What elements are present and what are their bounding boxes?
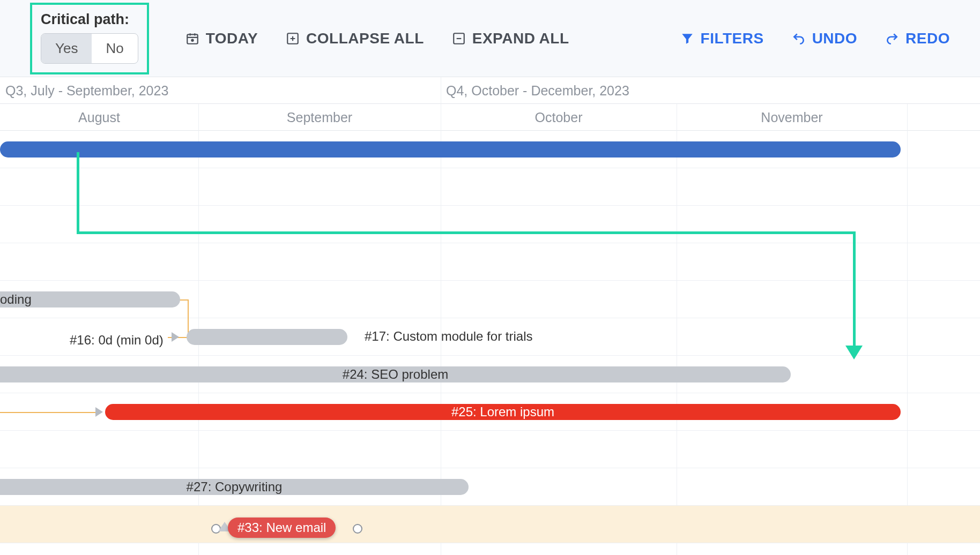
critical-path-toggle: Yes No bbox=[41, 33, 138, 64]
undo-icon bbox=[792, 32, 806, 46]
today-label: TODAY bbox=[206, 30, 258, 47]
gantt-row bbox=[0, 543, 980, 555]
collapse-all-button[interactable]: COLLAPSE ALL bbox=[286, 30, 424, 47]
collapse-icon bbox=[286, 32, 300, 46]
gantt-bar-coding[interactable]: oding bbox=[0, 291, 180, 308]
constraint-handle[interactable] bbox=[353, 524, 362, 534]
gantt-bar-copy[interactable]: #27: Copywriting bbox=[0, 479, 469, 495]
today-button[interactable]: TODAY bbox=[185, 30, 258, 47]
gantt-bar-label: #27: Copywriting bbox=[187, 479, 283, 494]
gantt-bar-label: #33: New email bbox=[237, 520, 326, 535]
timeline-month-oct: October bbox=[441, 104, 677, 131]
annotation-arrow-line bbox=[77, 152, 79, 231]
gantt-bar-side-label: #17: Custom module for trials bbox=[365, 329, 532, 344]
gantt-row bbox=[0, 431, 980, 468]
gantt-bar-label: #25: Lorem ipsum bbox=[451, 404, 554, 419]
redo-icon bbox=[885, 32, 899, 46]
gantt-bar-seo[interactable]: #24: SEO problem bbox=[0, 366, 791, 382]
timeline-quarter-q3: Q3, July - September, 2023 bbox=[0, 77, 441, 104]
redo-label: REDO bbox=[905, 30, 950, 47]
gantt-bar-lorem-critical[interactable]: #25: Lorem ipsum bbox=[105, 404, 901, 420]
calendar-today-icon bbox=[185, 32, 199, 46]
annotation-arrow-line bbox=[77, 231, 854, 234]
dependency-line bbox=[0, 412, 96, 413]
gantt-row bbox=[0, 506, 980, 543]
expand-all-button[interactable]: EXPAND ALL bbox=[452, 30, 569, 47]
expand-icon bbox=[452, 32, 466, 46]
critical-path-yes-button[interactable]: Yes bbox=[41, 34, 92, 63]
timeline-quarter-row: Q3, July - September, 2023 Q4, October -… bbox=[0, 77, 980, 104]
timeline-month-sep: September bbox=[198, 104, 441, 131]
gantt-row bbox=[0, 243, 980, 281]
gantt-bar-newemail[interactable]: #33: New email bbox=[228, 518, 336, 538]
timeline-month-nov: November bbox=[677, 104, 907, 131]
critical-path-label: Critical path: bbox=[41, 11, 138, 28]
timeline-quarter-q4: Q4, October - December, 2023 bbox=[441, 77, 980, 104]
timeline-month-row: August September October November bbox=[0, 104, 980, 131]
gantt-row bbox=[0, 168, 980, 206]
annotation-arrow-line bbox=[853, 231, 856, 347]
toolbar-right-group: FILTERS UNDO REDO bbox=[680, 30, 950, 47]
gantt-chart-area[interactable]: Q3, July - September, 2023 Q4, October -… bbox=[0, 77, 980, 555]
svg-point-1 bbox=[191, 39, 193, 41]
filters-button[interactable]: FILTERS bbox=[680, 30, 764, 47]
collapse-all-label: COLLAPSE ALL bbox=[306, 30, 424, 47]
dependency-lag-label: #16: 0d (min 0d) bbox=[70, 333, 164, 348]
gantt-bar-trials[interactable] bbox=[187, 329, 347, 345]
gantt-bar-summary[interactable] bbox=[0, 141, 901, 158]
expand-all-label: EXPAND ALL bbox=[472, 30, 569, 47]
gantt-bar-label: #24: SEO problem bbox=[343, 367, 448, 382]
timeline-month-aug: August bbox=[0, 104, 198, 131]
toolbar-left-group: TODAY COLLAPSE ALL EXPAND ALL bbox=[185, 30, 569, 47]
toolbar: Critical path: Yes No TODAY COLLAPSE ALL… bbox=[0, 0, 980, 77]
undo-label: UNDO bbox=[812, 30, 857, 47]
undo-button[interactable]: UNDO bbox=[792, 30, 857, 47]
redo-button[interactable]: REDO bbox=[885, 30, 950, 47]
gantt-row bbox=[0, 206, 980, 243]
gantt-bar-label: oding bbox=[0, 292, 32, 307]
critical-path-control: Critical path: Yes No bbox=[30, 3, 149, 74]
filter-icon bbox=[680, 32, 694, 46]
critical-path-no-button[interactable]: No bbox=[92, 34, 137, 63]
dependency-arrow-icon bbox=[172, 332, 179, 342]
filters-label: FILTERS bbox=[701, 30, 764, 47]
dependency-arrow-icon bbox=[95, 407, 103, 417]
annotation-arrowhead-icon bbox=[845, 346, 863, 359]
